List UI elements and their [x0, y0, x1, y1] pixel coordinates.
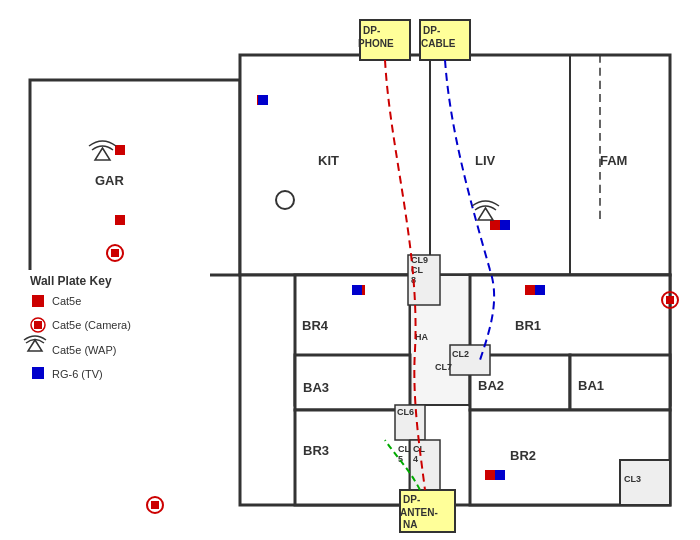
- ba3-label: BA3: [303, 380, 329, 395]
- legend-cat5e-icon: [32, 295, 44, 307]
- rg6-br1: [535, 285, 545, 295]
- fam-label: FAM: [600, 153, 627, 168]
- cl3-label: CL3: [624, 474, 641, 484]
- kit-label: KIT: [318, 153, 339, 168]
- dp-phone-label-line1: DP-: [363, 25, 380, 36]
- legend-rg6-label: RG-6 (TV): [52, 368, 103, 380]
- legend-wap-label: Cat5e (WAP): [52, 344, 116, 356]
- cl6-label: CL6: [397, 407, 414, 417]
- cat5e-gar: [115, 145, 125, 155]
- legend-cat5e-label: Cat5e: [52, 295, 81, 307]
- garage-room: [30, 80, 240, 275]
- liv-label: LIV: [475, 153, 496, 168]
- camera-rm-dot: [666, 296, 674, 304]
- cl4-num-label: 4: [413, 454, 418, 464]
- cl5-label: CL: [398, 444, 410, 454]
- rg6-br2: [495, 470, 505, 480]
- rg6-kit: [352, 285, 362, 295]
- ha-label: HA: [415, 332, 428, 342]
- ba2-label: BA2: [478, 378, 504, 393]
- br4-label: BR4: [302, 318, 329, 333]
- cl9-label: CL9: [411, 255, 428, 265]
- gar-label: GAR: [95, 173, 125, 188]
- rg6-gar: [258, 95, 268, 105]
- cat5e-br1: [525, 285, 535, 295]
- dp-cable-label-line2: CABLE: [421, 38, 456, 49]
- br2-label: BR2: [510, 448, 536, 463]
- br1-label: BR1: [515, 318, 541, 333]
- dp-phone-label-line2: PHONE: [358, 38, 394, 49]
- rg6-liv: [500, 220, 510, 230]
- legend-rg6-icon: [32, 367, 44, 379]
- floor-plan-svg: DP- PHONE DP- CABLE DP- ANTEN- NA GAR KI…: [0, 0, 700, 540]
- legend-camera-label: Cat5e (Camera): [52, 319, 131, 331]
- ba1-label: BA1: [578, 378, 604, 393]
- cat5e-gar2: [115, 215, 125, 225]
- legend-camera-dot: [34, 321, 42, 329]
- cat5e-br2: [485, 470, 495, 480]
- camera-bl-dot: [111, 249, 119, 257]
- dp-antenna-label-line1: DP-: [403, 494, 420, 505]
- cat5e-liv: [490, 220, 500, 230]
- camera-bm-dot: [151, 501, 159, 509]
- cl7-label: CL7: [435, 362, 452, 372]
- legend-title: Wall Plate Key: [30, 274, 112, 288]
- dp-cable-label-line1: DP-: [423, 25, 440, 36]
- dp-antenna-label-line3: NA: [403, 519, 417, 530]
- br3-label: BR3: [303, 443, 329, 458]
- dp-antenna-label-line2: ANTEN-: [400, 507, 438, 518]
- cl2-label: CL2: [452, 349, 469, 359]
- floor-plan-container: DP- PHONE DP- CABLE DP- ANTEN- NA GAR KI…: [0, 0, 700, 540]
